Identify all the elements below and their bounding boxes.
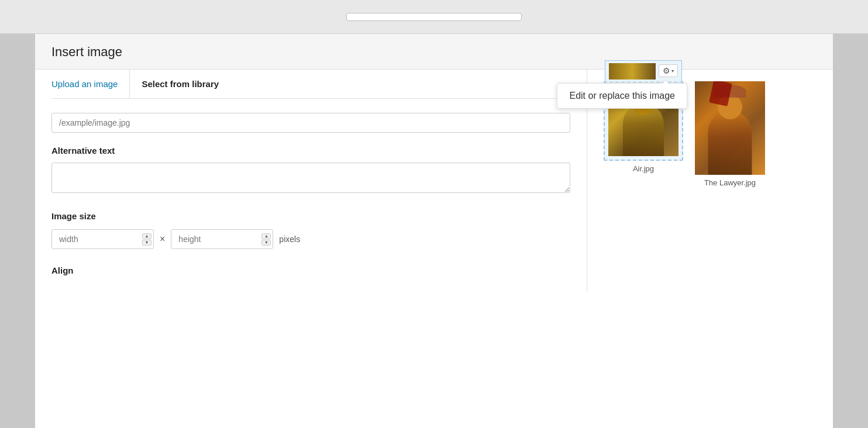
alt-text-label: Alternative text (51, 146, 570, 156)
tab-upload[interactable]: Upload an image (51, 70, 118, 98)
insert-image-dialog: Insert image Upload an image Select from… (35, 34, 833, 428)
dialog-body: Upload an image Select from library Alte… (35, 70, 833, 292)
tab-library[interactable]: Select from library (129, 70, 219, 98)
image-card-air[interactable]: ⚙ ▾ Edit or replace this image (604, 81, 683, 187)
library-grid: ⚙ ▾ Edit or replace this image (604, 81, 817, 187)
image-size-label: Image size (51, 211, 570, 221)
dialog-title: Insert image (35, 34, 833, 70)
edit-replace-tooltip: Edit or replace this image (557, 83, 687, 109)
image-card-lawyer-inner (695, 81, 765, 175)
height-input-wrap: ▲ ▼ (171, 229, 273, 249)
size-row: ▲ ▼ × ▲ ▼ pixels (51, 229, 570, 249)
height-up-btn[interactable]: ▲ (261, 233, 271, 239)
align-label: Align (51, 265, 570, 275)
multiply-sign: × (160, 234, 165, 244)
width-up-btn[interactable]: ▲ (142, 233, 151, 239)
width-input[interactable] (51, 229, 154, 249)
chevron-down-icon: ▾ (671, 68, 674, 74)
image-card-lawyer[interactable]: The Lawyer.jpg (695, 81, 765, 187)
image-card-air-inner: ⚙ ▾ Edit or replace this image (604, 81, 683, 161)
height-input[interactable] (171, 229, 273, 249)
height-down-btn[interactable]: ▼ (261, 240, 271, 246)
top-bar (0, 0, 868, 34)
right-panel: ⚙ ▾ Edit or replace this image (587, 70, 833, 292)
gear-icon: ⚙ (663, 66, 670, 75)
preview-strip-air (609, 63, 656, 80)
width-down-btn[interactable]: ▼ (142, 240, 151, 246)
width-input-wrap: ▲ ▼ (51, 229, 154, 249)
pixels-label: pixels (279, 234, 300, 244)
height-spinner: ▲ ▼ (261, 233, 271, 246)
image-thumbnail-lawyer (695, 81, 765, 175)
settings-button[interactable]: ⚙ ▾ (659, 64, 678, 77)
image-url-input[interactable] (51, 113, 570, 133)
tabs: Upload an image Select from library (51, 70, 570, 99)
image-name-lawyer: The Lawyer.jpg (704, 178, 756, 187)
alt-text-input[interactable] (51, 163, 570, 193)
top-bar-input (346, 13, 522, 21)
image-name-air: Air.jpg (633, 164, 654, 173)
width-spinner: ▲ ▼ (142, 233, 151, 246)
left-panel: Upload an image Select from library Alte… (35, 70, 587, 292)
